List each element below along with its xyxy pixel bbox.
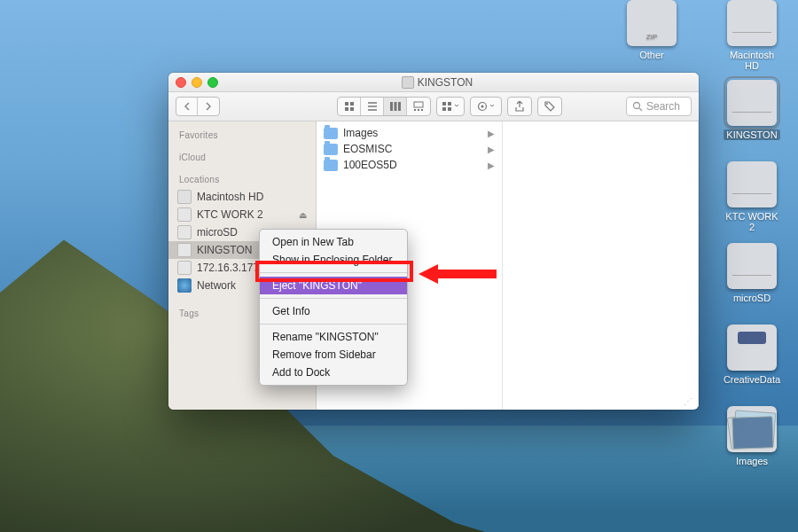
desktop-icon-label: Images [736,456,768,466]
view-list-button[interactable] [361,98,384,115]
forward-button[interactable] [198,98,219,115]
list-item-label: Images [343,127,378,139]
group-by[interactable] [436,97,465,116]
list-item-label: EOSMISC [343,143,392,155]
folder-icon [324,128,338,139]
column-2 [503,121,699,410]
desktop-icon-label: KTC WORK 2 [725,211,778,232]
ctx-eject[interactable]: Eject "KINGSTON" [260,277,407,294]
svg-rect-14 [448,107,451,111]
desktop-icon-label: CreativeData [724,374,780,385]
list-item-label: 100EOS5D [343,159,397,171]
svg-rect-1 [350,102,354,106]
eject-icon[interactable]: ⏏ [299,210,307,220]
desktop-icon-kingston[interactable]: KINGSTON [723,80,781,140]
traffic-lights [176,77,218,88]
sidebar-item-label: KINGSTON [197,244,252,256]
search-placeholder: Search [646,100,680,113]
desktop-icon-images[interactable]: Images [723,406,781,466]
minimize-button[interactable] [192,77,202,88]
ctx-add-dock[interactable]: Add to Dock [260,364,407,381]
ctx-get-info[interactable]: Get Info [260,302,407,320]
sidebar-item-ktc-work-2[interactable]: KTC WORK 2 ⏏ [168,206,316,223]
action-menu[interactable] [470,97,502,116]
external-drive-icon [177,225,192,239]
drive-icon [727,0,777,46]
hd-icon [177,190,192,204]
sidebar-item-label: Macintosh HD [197,191,263,203]
server-icon [177,261,192,275]
desktop-icon-macintosh-hd[interactable]: Macintosh HD [723,0,781,71]
view-columns-button[interactable] [384,98,407,115]
shared-drive-icon [727,325,777,371]
desktop-icon-label: Other [639,50,664,60]
folder-icon [324,144,338,155]
titlebar[interactable]: KINGSTON [168,73,699,92]
drive-icon [727,243,777,289]
view-icons-button[interactable] [338,98,361,115]
back-button[interactable] [176,98,198,115]
sidebar-item-label: KTC WORK 2 [197,208,263,221]
sidebar-header-locations: Locations [168,171,316,188]
desktop-icon-other-zip[interactable]: Other [622,0,681,60]
external-drive-icon [177,243,192,257]
svg-rect-12 [448,102,451,106]
svg-rect-10 [421,109,423,111]
list-item[interactable]: 100EOS5D ▶ [317,157,502,173]
svg-rect-6 [398,102,401,111]
sidebar-item-macintosh-hd[interactable]: Macintosh HD [168,188,316,206]
svg-rect-5 [394,102,396,111]
svg-rect-11 [442,102,446,106]
ctx-show-enclosing[interactable]: Show in Enclosing Folder [260,251,407,269]
chevron-down-icon [489,104,495,109]
chevron-right-icon: ▶ [488,160,495,170]
close-button[interactable] [176,77,186,88]
ctx-remove-sidebar[interactable]: Remove from Sidebar [260,346,407,364]
chevron-left-icon [184,102,191,111]
svg-rect-3 [350,107,354,111]
zip-icon [627,0,677,46]
desktop-icon-label: microSD [733,293,771,303]
list-item[interactable]: Images ▶ [317,125,502,141]
svg-rect-4 [390,102,393,111]
svg-point-16 [481,106,484,108]
external-drive-icon [177,207,192,222]
sidebar-item-label: microSD [197,226,238,239]
gear-icon [477,101,488,112]
finder-window: KINGSTON [168,73,699,410]
window-title: KINGSTON [227,76,647,89]
drive-icon [402,76,414,89]
view-gallery-button[interactable] [407,98,430,115]
tags-button[interactable] [537,97,562,116]
separator [260,272,407,273]
nav-back-forward [176,97,220,116]
separator [260,298,407,299]
sidebar-item-label: Network [197,279,236,292]
view-mode-switcher [337,97,431,116]
grid-icon [344,101,355,112]
search-input[interactable]: Search [626,97,692,116]
ctx-open-new-tab[interactable]: Open in New Tab [260,233,407,251]
desktop-icon-creativedata[interactable]: CreativeData [723,325,781,385]
image-stack-icon [727,406,777,452]
chevron-right-icon: ▶ [488,129,495,138]
list-item[interactable]: EOSMISC ▶ [317,141,502,157]
desktop-icon-ktc-work-2[interactable]: KTC WORK 2 [723,161,781,232]
desktop-icon-label: Macintosh HD [730,50,774,71]
zoom-button[interactable] [207,77,218,88]
chevron-right-icon: ▶ [488,145,495,154]
resize-handle[interactable]: ⋰ [684,396,694,406]
svg-rect-13 [442,107,446,111]
svg-point-18 [634,103,640,109]
sidebar-header-icloud: iCloud [168,149,316,166]
svg-rect-9 [418,109,419,111]
ctx-rename[interactable]: Rename "KINGSTON" [260,328,407,346]
context-menu: Open in New Tab Show in Enclosing Folder… [259,229,408,386]
desktop-icon-label: KINGSTON [724,129,779,140]
folder-icon [324,160,338,171]
share-button[interactable] [507,97,532,116]
window-title-text: KINGSTON [418,76,473,89]
desktop-icon-microsd[interactable]: microSD [723,243,781,303]
chevron-down-icon [454,104,459,109]
network-icon [177,278,192,293]
